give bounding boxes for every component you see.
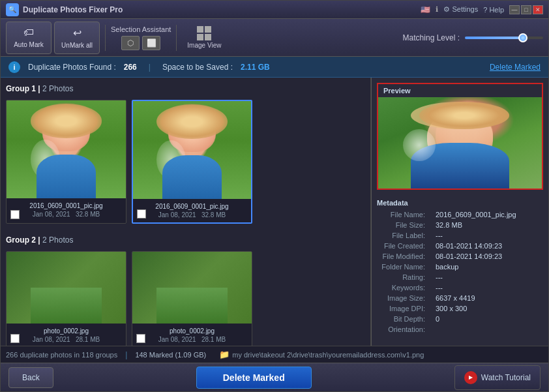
metadata-value: 6637 x 4419: [430, 293, 548, 303]
metadata-key: Orientation:: [372, 324, 430, 335]
metadata-key: Folder Name:: [372, 262, 430, 272]
group-1-header: Group 1 | 2 Photos: [6, 83, 365, 95]
info-separator: |: [149, 63, 151, 72]
metadata-value: 300 x 300: [430, 303, 548, 314]
folder-icon: 📁: [219, 350, 230, 359]
photo-name-2: 2016_0609_0001_pic.jpg: [138, 203, 246, 210]
preview-section: Preview ➔: [377, 83, 543, 190]
auto-mark-icon: 🏷: [23, 27, 34, 38]
photo-meta-2: Jan 08, 2021 32.8 MB: [138, 211, 246, 219]
space-label: Space to be Saved :: [162, 63, 233, 72]
watch-tutorial-label: Watch Tutorial: [481, 373, 531, 382]
photo-meta-1: Jan 08, 2021 32.8 MB: [12, 211, 121, 218]
preview-label: Preview: [378, 84, 542, 97]
image-view-icon: [197, 26, 211, 40]
photo-meta-g2-1: Jan 08, 2021 28.1 MB: [12, 336, 121, 343]
info-delete-marked-link[interactable]: Delete Marked: [490, 63, 541, 72]
group-2-label: Group 2 |: [6, 235, 40, 245]
metadata-row: File Created:08-01-2021 14:09:23: [372, 241, 548, 251]
selection-lasso-button[interactable]: ⬡: [121, 36, 140, 50]
marked-summary: 148 Marked (1.09 GB): [135, 351, 206, 359]
selection-assistant: Selection Assistant ⬡ ⬜: [111, 25, 171, 50]
group-1-label: Group 1 |: [6, 84, 40, 93]
metadata-table: File Name:2016_0609_0001_pic.jpgFile Siz…: [372, 209, 548, 335]
metadata-row: Folder Name:backup: [372, 262, 548, 272]
metadata-key: File Modified:: [372, 251, 430, 262]
title-bar: 🔍 Duplicate Photos Fixer Pro 🇺🇸 ℹ ⚙ Sett…: [1, 1, 548, 19]
photo-info-2: 2016_0609_0001_pic.jpg Jan 08, 2021 32.8…: [133, 199, 251, 222]
info-bar: i Duplicate Photos Found : 266 | Space t…: [1, 57, 548, 78]
group-2-count: 2 Photos: [42, 235, 73, 245]
unmark-all-button[interactable]: ↩ UnMark all: [54, 22, 100, 54]
metadata-row: Image DPI:300 x 300: [372, 303, 548, 314]
slider-thumb: [518, 33, 527, 42]
metadata-key: Keywords:: [372, 282, 430, 293]
metadata-key: File Created:: [372, 241, 430, 251]
photo-checkbox-g2-1[interactable]: [10, 334, 20, 343]
play-icon: ▶: [464, 371, 477, 384]
status-bar: 266 duplicate photos in 118 groups | 148…: [1, 346, 548, 363]
duplicate-count: 266: [124, 63, 137, 72]
metadata-value: [430, 324, 548, 335]
metadata-row: File Label:---: [372, 230, 548, 241]
metadata-row: Image Size:6637 x 4419: [372, 293, 548, 303]
image-view-button[interactable]: Image View: [187, 26, 221, 49]
photo-thumb-1: [7, 100, 126, 198]
metadata-label: Metadata: [372, 195, 548, 209]
matching-level-control: Matching Level :: [403, 33, 543, 42]
metadata-value: 2016_0609_0001_pic.jpg: [430, 209, 548, 220]
photo-meta-g2-2: Jan 08, 2021 28.1 MB: [138, 336, 246, 343]
image-view-label: Image View: [187, 42, 221, 49]
photo-item[interactable]: photo_0002.jpg Jan 08, 2021 28.1 MB: [132, 251, 252, 346]
metadata-value: ---: [430, 272, 548, 282]
watch-tutorial-button[interactable]: ▶ Watch Tutorial: [454, 365, 541, 390]
metadata-row: Rating:---: [372, 272, 548, 282]
photo-item[interactable]: photo_0002.jpg Jan 08, 2021 28.1 MB: [6, 251, 126, 346]
group-1-count: 2 Photos: [42, 84, 73, 93]
photo-info-1: 2016_0609_0001_pic.jpg Jan 08, 2021 32.8…: [7, 198, 126, 222]
auto-mark-button[interactable]: 🏷 Auto Mark: [6, 22, 52, 54]
maximize-button[interactable]: □: [521, 5, 531, 14]
selection-assistant-label: Selection Assistant: [111, 25, 171, 33]
info-badge-icon: i: [8, 61, 20, 73]
flag-icon: 🇺🇸: [421, 5, 430, 14]
metadata-section: Metadata File Name:2016_0609_0001_pic.jp…: [372, 195, 548, 346]
metadata-key: File Label:: [372, 230, 430, 241]
photo-checkbox-2[interactable]: [137, 209, 146, 219]
metadata-row: File Size:32.8 MB: [372, 220, 548, 230]
duplicate-label: Duplicate Photos Found :: [28, 63, 116, 72]
metadata-key: File Size:: [372, 220, 430, 230]
main-content: Group 1 | 2 Photos 2016_0609: [1, 78, 548, 346]
photo-info-g2-1: photo_0002.jpg Jan 08, 2021 28.1 MB: [7, 324, 126, 346]
help-link[interactable]: ? Help: [483, 6, 504, 14]
slider-fill: [465, 37, 524, 39]
close-button[interactable]: ✕: [533, 5, 543, 14]
photo-info-g2-2: photo_0002.jpg Jan 08, 2021 28.1 MB: [132, 324, 252, 346]
selection-assistant-buttons: ⬡ ⬜: [121, 36, 160, 50]
metadata-row: Keywords:---: [372, 282, 548, 293]
metadata-value: 08-01-2021 14:09:23: [430, 251, 548, 262]
info-icon: ℹ: [436, 5, 438, 14]
metadata-row: File Name:2016_0609_0001_pic.jpg: [372, 209, 548, 220]
group-2-photos: photo_0002.jpg Jan 08, 2021 28.1 MB phot…: [6, 251, 365, 346]
photo-name-g2-1: photo_0002.jpg: [12, 327, 121, 335]
left-panel[interactable]: Group 1 | 2 Photos 2016_0609: [1, 78, 371, 346]
window-title: Duplicate Photos Fixer Pro: [23, 5, 123, 14]
delete-marked-button[interactable]: Delete Marked: [196, 367, 312, 389]
path-text: my drive\takeout 2\drive\trash\youremail…: [232, 351, 424, 359]
photo-checkbox-1[interactable]: [10, 210, 20, 219]
minimize-button[interactable]: —: [509, 5, 520, 14]
metadata-key: Image DPI:: [372, 303, 430, 314]
matching-level-slider[interactable]: [465, 37, 543, 39]
metadata-key: Image Size:: [372, 293, 430, 303]
back-button[interactable]: Back: [8, 367, 53, 388]
photo-item[interactable]: 2016_0609_0001_pic.jpg Jan 08, 2021 32.8…: [132, 100, 252, 224]
photo-item[interactable]: 2016_0609_0001_pic.jpg Jan 08, 2021 32.8…: [6, 100, 126, 224]
duplicate-summary: 266 duplicate photos in 118 groups: [6, 351, 117, 359]
selection-rect-button[interactable]: ⬜: [142, 36, 160, 50]
photo-checkbox-g2-2[interactable]: [136, 334, 145, 343]
metadata-row: Orientation:: [372, 324, 548, 335]
unmark-all-label: UnMark all: [61, 42, 93, 49]
settings-link[interactable]: ⚙ Settings: [443, 5, 478, 14]
toolbar-sep-1: [105, 25, 106, 51]
